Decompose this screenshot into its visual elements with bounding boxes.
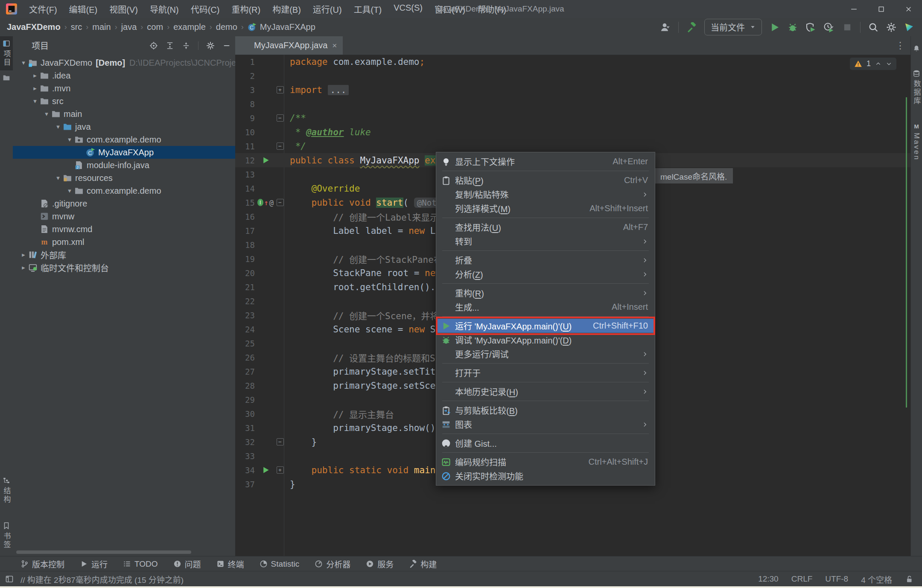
chevron-down-icon[interactable]: ▾: [42, 109, 51, 119]
implement-marker-icon[interactable]: I: [257, 199, 263, 206]
tree-item-resources[interactable]: ▾resources: [13, 172, 235, 184]
menu-item-与剪贴板比较-B-[interactable]: 与剪贴板比较(B): [436, 403, 655, 417]
fold-minus-icon[interactable]: −: [277, 199, 284, 206]
chevron-down-icon[interactable]: [886, 61, 892, 67]
breadcrumb-item-java[interactable]: java: [121, 22, 137, 32]
toolwindow-终端[interactable]: 终端: [216, 558, 244, 570]
stripe-结构[interactable]: 结构: [0, 473, 13, 507]
chevron-down-icon[interactable]: ▾: [65, 135, 74, 144]
chevron-right-icon[interactable]: ▸: [30, 84, 40, 93]
inspections-widget[interactable]: 1: [850, 58, 896, 70]
stripe-数据库[interactable]: 数据库: [910, 66, 922, 109]
menu-item-更多运行-调试[interactable]: 更多运行/调试: [436, 347, 655, 361]
tree-item-main[interactable]: ▾main: [13, 108, 235, 120]
toolwindow-服务[interactable]: 服务: [366, 558, 394, 570]
breadcrumb-item-src[interactable]: src: [71, 22, 82, 32]
tree-item-mvnw[interactable]: mvnw: [13, 210, 235, 223]
tree-item-外部库[interactable]: ▸外部库: [13, 248, 235, 261]
toolwindow-版本控制[interactable]: 版本控制: [20, 558, 64, 570]
stripe-folder[interactable]: [0, 70, 13, 85]
chevron-down-icon[interactable]: [53, 43, 58, 48]
user-button[interactable]: [659, 22, 671, 32]
fold-minus-icon[interactable]: −: [277, 143, 284, 150]
gear-icon[interactable]: [206, 41, 215, 50]
menu-8[interactable]: 工具(T): [349, 1, 387, 17]
toolwindow-问题[interactable]: 问题: [173, 558, 201, 570]
chevron-down-icon[interactable]: ▾: [53, 122, 63, 131]
tree-item-JavaFXDemo[interactable]: ▾JavaFXDemo[Demo]D:\IDEAProjects\JCNCPro…: [13, 56, 235, 69]
menu-3[interactable]: 导航(N): [145, 1, 184, 17]
breadcrumb-item-JavaFXDemo[interactable]: JavaFXDemo: [7, 22, 61, 32]
menu-item-调试-MyJavaFXApp-main-D-[interactable]: 调试 'MyJavaFXApp.main()'(D): [436, 333, 655, 347]
status-widget-UTF-8[interactable]: UTF-8: [825, 574, 848, 584]
menu-0[interactable]: 文件(F): [24, 1, 62, 17]
run-button[interactable]: [770, 22, 780, 32]
tree-item-java[interactable]: ▾java: [13, 120, 235, 133]
breadcrumb-item-com[interactable]: com: [147, 22, 163, 32]
menu-item-创建-Gist-[interactable]: 创建 Gist...: [436, 436, 655, 450]
run-configuration-select[interactable]: 当前文件: [704, 19, 762, 35]
tab-options-icon[interactable]: ⋮: [890, 36, 911, 55]
ide-logo-button[interactable]: [904, 22, 914, 32]
breadcrumb-item-example[interactable]: example: [173, 22, 206, 32]
chevron-down-icon[interactable]: ▾: [53, 173, 63, 183]
menu-item-运行-MyJavaFXApp-main-U-[interactable]: 运行 'MyJavaFXApp.main()'(U)Ctrl+Shift+F10: [436, 319, 655, 333]
code-line-11[interactable]: 11− */: [235, 139, 911, 153]
hide-icon[interactable]: [222, 41, 231, 50]
minimize-button[interactable]: [840, 0, 867, 18]
code-line-8[interactable]: 8: [235, 97, 911, 111]
tree-item-module-info.java[interactable]: Jmodule-info.java: [13, 159, 235, 172]
breadcrumb-item-demo[interactable]: demo: [216, 22, 237, 32]
menu-9[interactable]: VCS(S): [388, 1, 428, 17]
search-button[interactable]: [868, 22, 878, 32]
menu-item-分析-Z-[interactable]: 分析(Z): [436, 267, 655, 281]
stripe-项目[interactable]: 项目: [0, 36, 13, 70]
unlock-icon[interactable]: [905, 575, 913, 583]
run-line-icon[interactable]: [262, 466, 270, 474]
code-line-9[interactable]: 9−/**: [235, 111, 911, 125]
stripe-书签[interactable]: 书签: [0, 518, 13, 553]
menu-item-图表[interactable]: 图表: [436, 417, 655, 431]
menu-1[interactable]: 编辑(E): [64, 1, 103, 17]
chevron-right-icon[interactable]: ▸: [19, 263, 28, 272]
debug-button[interactable]: [788, 22, 798, 32]
shield-run-button[interactable]: [805, 22, 816, 32]
tree-item-com.example.demo[interactable]: ▾com.example.demo: [13, 133, 235, 146]
menu-item-显示上下文操作[interactable]: 显示上下文操作Alt+Enter: [436, 154, 655, 169]
menu-item-生成-[interactable]: 生成...Alt+Insert: [436, 300, 655, 314]
menu-item-转到[interactable]: 转到: [436, 234, 655, 248]
menu-item-编码规约扫描[interactable]: 编码规约扫描Ctrl+Alt+Shift+J: [436, 455, 655, 469]
expand-all-icon[interactable]: [166, 41, 174, 50]
menu-item-粘贴-P-[interactable]: 粘贴(P)Ctrl+V: [436, 173, 655, 187]
toolwindow-TODO[interactable]: TODO: [123, 559, 158, 569]
toolwindow-构建[interactable]: 构建: [409, 558, 437, 570]
code-line-3[interactable]: 3+import ...: [235, 83, 911, 97]
tree-item-.idea[interactable]: ▸.idea: [13, 69, 235, 82]
menu-2[interactable]: 视图(V): [104, 1, 143, 17]
status-widget-CRLF[interactable]: CRLF: [791, 574, 813, 584]
status-widget-4 个空格[interactable]: 4 个空格: [861, 573, 892, 585]
menu-item-重构-R-[interactable]: 重构(R): [436, 286, 655, 300]
collapse-all-icon[interactable]: [182, 41, 190, 50]
close-button[interactable]: [895, 0, 922, 18]
chevron-right-icon[interactable]: ▸: [19, 250, 28, 259]
fold-plus-icon[interactable]: +: [277, 86, 284, 93]
tree-item-src[interactable]: ▾src: [13, 95, 235, 108]
chevron-down-icon[interactable]: ▾: [30, 96, 40, 106]
menu-item-列选择模式-M-[interactable]: 列选择模式(M)Alt+Shift+Insert: [436, 201, 655, 215]
menu-item-复制-粘贴特殊[interactable]: 复制/粘贴特殊: [436, 187, 655, 201]
fold-plus-icon[interactable]: +: [277, 466, 284, 474]
chevron-up-icon[interactable]: [875, 61, 881, 67]
breadcrumb-item-main[interactable]: main: [92, 22, 111, 32]
menu-item-本地历史记录-H-[interactable]: 本地历史记录(H): [436, 384, 655, 399]
chevron-down-icon[interactable]: ▾: [19, 58, 28, 67]
menu-6[interactable]: 构建(B): [267, 1, 306, 17]
fold-minus-icon[interactable]: −: [277, 438, 284, 445]
override-arrow-icon[interactable]: ↑: [264, 198, 268, 207]
menu-item-打开于[interactable]: 打开于: [436, 366, 655, 380]
locate-icon[interactable]: [149, 41, 158, 50]
editor-tab-myjavafxapp[interactable]: MyJavaFXApp.java ×: [235, 36, 343, 55]
run-line-icon[interactable]: [262, 156, 270, 164]
chevron-down-icon[interactable]: ▾: [65, 186, 74, 195]
toolwindow-运行[interactable]: 运行: [80, 558, 108, 570]
